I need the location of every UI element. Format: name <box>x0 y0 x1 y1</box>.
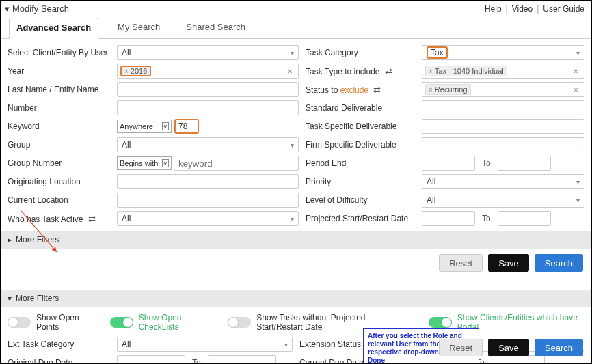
keyword-input[interactable]: 78 <box>174 119 199 134</box>
ext-task-cat-value: All <box>122 339 131 349</box>
period-end-from-input[interactable] <box>422 156 475 171</box>
status-chip[interactable]: × Recurring <box>425 84 471 95</box>
top-links: Help | Video | User Guide <box>485 4 584 14</box>
orig-location-input[interactable] <box>117 174 299 189</box>
keyword-mode-select[interactable]: Anywhere v <box>117 120 172 133</box>
toggle-without-projected[interactable] <box>228 317 251 328</box>
caret-right-icon: ▸ <box>8 235 12 244</box>
toggle-open-points-label: Show Open Points <box>36 313 95 332</box>
video-link[interactable]: Video <box>512 4 533 14</box>
task-category-dropdown[interactable]: Tax ▾ <box>422 45 584 60</box>
select-client-label: Select Client/Entity By User <box>8 48 117 57</box>
remove-chip-icon[interactable]: × <box>124 68 129 75</box>
save-button[interactable]: Save <box>488 339 529 356</box>
status-text: Status to <box>306 85 340 95</box>
swap-icon[interactable]: ⇄ <box>373 85 381 95</box>
caret-down-icon: ▾ <box>576 197 580 204</box>
dropdown-icon: v <box>162 122 170 130</box>
proj-start-from-input[interactable] <box>422 211 475 226</box>
swap-icon[interactable]: ⇄ <box>385 66 392 76</box>
toggles-row: Show Open Points Show Open CheckLists Sh… <box>1 307 591 335</box>
reset-button[interactable]: Reset <box>439 339 483 356</box>
separator: | <box>537 4 539 14</box>
dropdown-icon: v <box>162 159 170 167</box>
select-client-value: All <box>122 48 131 57</box>
more-left-column: Ext Task Category All ▾ Original Due Dat… <box>8 336 293 364</box>
more-filters-toggle-expanded[interactable]: ▾ More Filters <box>1 290 591 307</box>
priority-dropdown[interactable]: All ▾ <box>422 174 584 189</box>
group-number-input[interactable] <box>174 156 299 171</box>
orig-location-label: Originating Location <box>8 177 117 186</box>
task-deliv-label: Task Specific Deliverable <box>306 122 422 131</box>
difficulty-dropdown[interactable]: All ▾ <box>422 193 584 208</box>
task-type-input[interactable]: × Tax - 1040 Individual × <box>422 64 584 79</box>
last-name-input[interactable] <box>117 82 299 97</box>
more-filters-label: More Filters <box>16 294 59 303</box>
caret-down-icon: ▾ <box>291 49 294 57</box>
caret-down-icon: ▾ <box>576 178 580 186</box>
curr-location-input[interactable] <box>117 193 299 208</box>
clear-year-icon[interactable]: × <box>284 66 295 76</box>
number-input[interactable] <box>117 100 299 115</box>
priority-value: All <box>427 177 435 186</box>
button-row-top: Reset Save Search <box>1 249 591 277</box>
orig-due-to-input[interactable] <box>208 355 276 364</box>
proj-start-label: Projected Start/Restart Date <box>306 214 422 223</box>
search-button[interactable]: Search <box>535 254 583 272</box>
priority-label: Priority <box>306 177 422 186</box>
to-label: To <box>478 214 495 223</box>
remove-chip-icon[interactable]: × <box>429 86 433 94</box>
to-label: To <box>188 358 205 364</box>
period-end-to-input[interactable] <box>498 156 551 171</box>
std-deliv-input[interactable] <box>422 100 584 115</box>
help-link[interactable]: Help <box>485 4 502 14</box>
remove-chip-icon[interactable]: × <box>429 68 433 75</box>
tab-my-search[interactable]: My Search <box>111 18 167 38</box>
year-chip[interactable]: × 2016 <box>120 66 151 76</box>
right-column: Task Category Tax ▾ Task Type to include… <box>306 44 584 227</box>
who-active-dropdown[interactable]: All ▾ <box>117 211 299 226</box>
task-type-label: Task Type to include ⇄ <box>306 66 422 76</box>
clear-status-icon[interactable]: × <box>570 85 581 95</box>
tab-advanced-search[interactable]: Advanced Search <box>9 18 98 39</box>
separator: | <box>506 4 508 14</box>
user-guide-link[interactable]: User Guide <box>543 4 584 14</box>
task-category-label: Task Category <box>306 48 422 57</box>
search-button[interactable]: Search <box>535 339 583 356</box>
select-client-dropdown[interactable]: All ▾ <box>117 45 299 60</box>
task-type-chip-text: Tax - 1040 Individual <box>435 67 504 75</box>
task-type-chip[interactable]: × Tax - 1040 Individual <box>425 66 507 76</box>
task-deliv-input[interactable] <box>422 119 584 134</box>
caret-down-icon: ▾ <box>291 215 294 223</box>
ext-task-cat-label: Ext Task Category <box>8 339 117 349</box>
status-input[interactable]: × Recurring × <box>422 82 584 97</box>
group-number-mode-select[interactable]: Begins with v <box>117 156 172 170</box>
orig-due-from-input[interactable] <box>117 355 185 364</box>
proj-start-to-input[interactable] <box>498 211 551 226</box>
toggle-open-checklists[interactable] <box>110 317 133 328</box>
toggle-have-portal[interactable] <box>429 317 452 328</box>
firm-deliv-input[interactable] <box>422 137 584 152</box>
caret-down-icon: ▾ <box>291 141 294 149</box>
tabs: Advanced Search My Search Shared Search <box>1 15 591 39</box>
orig-due-label: Original Due Date <box>8 358 117 364</box>
toggle-open-points[interactable] <box>8 317 31 328</box>
year-input[interactable]: × 2016 × <box>117 64 299 79</box>
keyword-mode-value: Anywhere <box>120 122 153 130</box>
ext-task-cat-dropdown[interactable]: All ▾ <box>117 337 293 352</box>
tab-shared-search[interactable]: Shared Search <box>179 18 252 38</box>
clear-task-type-icon[interactable]: × <box>570 66 581 76</box>
swap-icon[interactable]: ⇄ <box>88 214 96 224</box>
reset-button[interactable]: Reset <box>439 254 483 272</box>
more-filters-toggle-collapsed[interactable]: ▸ More Filters <box>1 231 591 249</box>
task-type-text: Task Type to include <box>306 67 380 76</box>
modify-search-toggle[interactable]: ▾ Modify Search <box>5 3 69 14</box>
task-category-value: Tax <box>427 46 448 59</box>
caret-down-icon: ▾ <box>8 294 12 303</box>
year-chip-text: 2016 <box>131 67 147 75</box>
save-button[interactable]: Save <box>488 254 529 272</box>
caret-down-icon: ▾ <box>5 3 10 14</box>
keyword-label: Keyword <box>8 122 117 131</box>
more-filters-label: More Filters <box>16 235 59 244</box>
group-dropdown[interactable]: All ▾ <box>117 137 299 152</box>
